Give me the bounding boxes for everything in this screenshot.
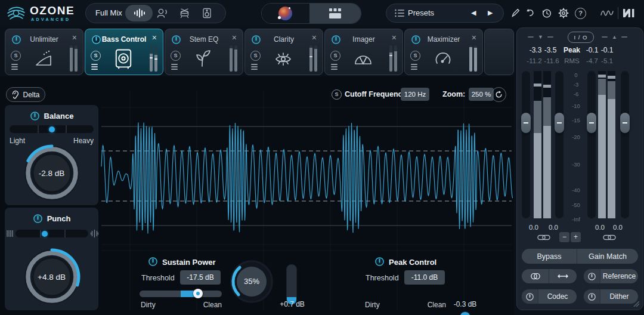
sustain-slider-handle[interactable]	[193, 289, 203, 298]
delta-button[interactable]: Delta	[6, 87, 45, 102]
power-icon[interactable]	[30, 111, 40, 121]
reference-button[interactable]: Reference	[600, 269, 638, 283]
modules-view-button[interactable]	[309, 4, 361, 23]
reference-power-button[interactable]	[584, 269, 600, 283]
bypass-button[interactable]: Bypass	[522, 249, 577, 264]
solo-button[interactable]: S	[11, 51, 21, 61]
stereo-circles-icon[interactable]	[522, 269, 549, 283]
meter-range-down-control[interactable]: ▼	[528, 34, 553, 40]
module-menu-icon[interactable]	[411, 64, 417, 71]
module-tab-maximizer[interactable]: Maximizer × S	[404, 29, 483, 75]
peak-label: Peak	[561, 46, 583, 54]
waveform-trace	[101, 122, 513, 233]
input-gain-fader-r[interactable]	[555, 113, 564, 133]
settings-gear-icon[interactable]	[558, 8, 569, 18]
peak-gain-value: -0.3 dB	[448, 300, 482, 308]
power-icon[interactable]	[33, 214, 43, 224]
close-icon[interactable]: ×	[232, 33, 237, 42]
meter-zoom-in-button[interactable]: +	[571, 232, 581, 242]
loop-reset-button[interactable]	[491, 87, 506, 102]
undo-icon[interactable]	[525, 8, 535, 18]
meter-range-up-control[interactable]: ▲	[602, 34, 627, 40]
peak-power-icon[interactable]	[374, 257, 385, 267]
module-tab-imager[interactable]: Imager × S	[324, 29, 403, 75]
sustain-power-icon[interactable]	[148, 257, 158, 267]
solo-button[interactable]: S	[91, 51, 101, 61]
close-icon[interactable]: ×	[152, 33, 157, 42]
punch-slider[interactable]	[16, 230, 88, 237]
balance-slider-handle[interactable]	[49, 126, 55, 132]
input-fader-track-r[interactable]	[555, 71, 564, 218]
close-icon[interactable]: ×	[72, 33, 77, 42]
input-fader-track-l[interactable]	[522, 71, 530, 218]
solo-button[interactable]: S	[330, 51, 340, 61]
balance-slider[interactable]	[10, 125, 94, 133]
sustain-threshold-slider[interactable]	[140, 291, 222, 297]
preset-list-icon	[395, 9, 404, 17]
bypass-gainmatch-group: Bypass Gain Match	[522, 249, 638, 264]
scale-tick: -30	[564, 161, 588, 168]
mix-target-label: Full Mix	[95, 8, 122, 17]
preset-prev-button[interactable]: ◀	[471, 9, 476, 17]
dither-group: Dither	[584, 289, 638, 304]
output-link-icon[interactable]	[603, 234, 616, 241]
module-tab-clarity[interactable]: Clarity × S	[244, 29, 323, 75]
output-gain-fader-l[interactable]	[587, 113, 596, 133]
module-tab-bass-control[interactable]: Bass Control × S	[85, 29, 163, 75]
close-icon[interactable]: ×	[312, 33, 317, 42]
edit-pencil-icon[interactable]	[510, 8, 521, 18]
codec-button[interactable]: Codec	[538, 289, 577, 304]
module-menu-icon[interactable]	[91, 64, 98, 71]
balance-title: Balance	[44, 112, 74, 121]
module-tab-stem-eq[interactable]: Stem EQ × S	[165, 29, 243, 75]
delta-label: Delta	[23, 91, 39, 99]
output-gain-fader-r[interactable]	[620, 113, 630, 133]
module-meter-r	[394, 45, 397, 72]
full-mix-waveform-icon[interactable]	[132, 6, 147, 20]
module-tab-unlimiter[interactable]: Unlimiter × S	[5, 29, 83, 75]
io-toggle-button[interactable]: I / O	[568, 32, 594, 43]
output-fader-track-r[interactable]	[621, 71, 629, 218]
cutoff-frequency-value[interactable]: 120 Hz	[401, 88, 429, 101]
input-gain-fader-l[interactable]	[521, 113, 531, 133]
rms-label: RMS	[561, 57, 583, 64]
output-meter-r	[608, 71, 615, 218]
close-icon[interactable]: ×	[472, 33, 476, 42]
balance-panel: Balance Light Heavy -2.8 dB	[5, 105, 98, 205]
drums-icon[interactable]	[177, 6, 192, 20]
unlimiter-icon	[33, 48, 54, 70]
codec-power-button[interactable]	[522, 289, 538, 304]
history-icon[interactable]	[541, 8, 552, 18]
close-icon[interactable]: ×	[392, 33, 397, 42]
meter-zoom-out-button[interactable]: −	[559, 232, 569, 242]
module-menu-icon[interactable]	[11, 64, 18, 71]
solo-button[interactable]: S	[250, 51, 261, 61]
module-menu-icon[interactable]	[251, 64, 258, 71]
help-icon[interactable]: ?	[575, 8, 586, 19]
sustain-gain-value: +0.7 dB	[275, 300, 309, 308]
solo-button[interactable]: S	[410, 51, 420, 61]
presets-bar[interactable]: Presets ◀ ▶	[386, 4, 504, 23]
punch-slider-handle[interactable]	[42, 231, 48, 237]
solo-button[interactable]: S	[171, 51, 181, 61]
preset-next-button[interactable]: ▶	[488, 9, 493, 17]
input-link-icon[interactable]	[537, 234, 550, 241]
peak-threshold-value[interactable]: -11.0 dB	[404, 270, 445, 285]
assistant-view-button[interactable]	[262, 4, 309, 23]
output-fader-track-l[interactable]	[587, 71, 596, 218]
vocal-icon[interactable]	[154, 6, 170, 20]
resize-grip[interactable]	[633, 301, 640, 307]
module-menu-icon[interactable]	[171, 64, 178, 71]
bass-speaker-icon[interactable]	[199, 6, 215, 20]
sustain-threshold-value[interactable]: -17.5 dB	[180, 270, 221, 285]
cutoff-solo-button[interactable]: S	[332, 89, 342, 100]
module-meter-l	[469, 45, 472, 72]
gain-match-button[interactable]: Gain Match	[577, 249, 638, 264]
module-meter-r	[234, 45, 237, 72]
dither-power-button[interactable]	[584, 289, 600, 304]
module-menu-icon[interactable]	[331, 64, 338, 71]
balance-header: Balance	[5, 111, 98, 121]
zoom-value[interactable]: 250 %	[469, 88, 494, 101]
width-arrows-icon[interactable]	[549, 269, 577, 283]
maximizer-gauge-icon	[432, 48, 454, 70]
